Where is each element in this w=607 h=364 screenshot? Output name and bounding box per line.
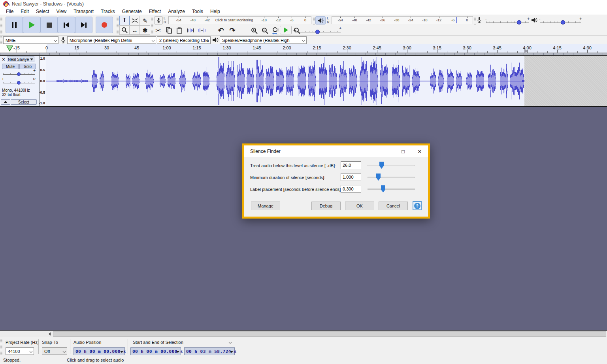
zoom-out-button[interactable]	[260, 26, 270, 35]
timeline-ruler[interactable]: -1501530451:001:151:301:452:002:152:302:…	[0, 44, 607, 53]
label-placement-slider[interactable]	[368, 185, 415, 193]
timeline-tick	[447, 51, 447, 53]
menu-item-generate[interactable]: Generate	[119, 8, 145, 15]
track-select-button[interactable]: Select	[11, 99, 37, 105]
skip-to-end-button[interactable]	[75, 17, 92, 33]
time-shift-tool-button[interactable]: ↔	[130, 25, 140, 35]
menu-item-file[interactable]: File	[2, 8, 17, 15]
waveform-canvas[interactable]	[46, 56, 524, 106]
recording-channels-dropdown[interactable]: 2 (Stereo) Recording Cha	[157, 36, 211, 44]
recording-meter-mic-button[interactable]	[154, 16, 163, 25]
timeline-label: 0	[45, 45, 48, 50]
recording-meter[interactable]: -54-48-42-18-12-60Click to Start Monitor…	[168, 16, 311, 24]
debug-button[interactable]: Debug	[311, 202, 341, 210]
playback-meter[interactable]: -54-48-42-36-30-24-18-12-60	[332, 16, 473, 24]
menu-item-tools[interactable]: Tools	[189, 8, 207, 15]
selection-end-field[interactable]: 00 h 03 m 58.724 s	[184, 347, 235, 355]
record-button[interactable]	[96, 17, 113, 33]
audio-host-dropdown[interactable]: MME	[3, 36, 58, 44]
toolbar-grip[interactable]	[313, 16, 315, 25]
silence-level-slider-thumb[interactable]	[379, 162, 384, 169]
track-title-dropdown[interactable]: Neal Sawye	[7, 57, 34, 62]
recording-volume-slider[interactable]: - +	[486, 18, 529, 25]
menu-item-select[interactable]: Select	[32, 8, 53, 15]
silence-audio-button[interactable]	[197, 26, 207, 35]
playback-volume-thumb[interactable]	[561, 20, 565, 25]
project-rate-dropdown[interactable]: 44100	[6, 347, 34, 355]
fit-selection-button[interactable]	[271, 26, 280, 35]
envelope-tool-button[interactable]	[130, 16, 140, 25]
selection-mode-dropdown[interactable]: Start and End of Selection	[130, 338, 233, 346]
toolbar-grip[interactable]	[0, 338, 2, 355]
track-pan-slider[interactable]: L R	[3, 79, 35, 85]
menu-item-edit[interactable]: Edit	[17, 8, 32, 15]
min-duration-input[interactable]	[341, 173, 361, 181]
menu-item-analyze[interactable]: Analyze	[164, 8, 189, 15]
horizontal-scrollbar-thumb[interactable]	[53, 331, 606, 337]
track-gain-slider[interactable]: - +	[3, 70, 35, 76]
playback-volume-slider[interactable]: - +	[540, 18, 581, 25]
ok-button[interactable]: OK	[345, 202, 374, 210]
menu-item-help[interactable]: Help	[207, 8, 224, 15]
label-placement-input[interactable]	[341, 185, 361, 193]
track-gain-thumb[interactable]	[17, 72, 21, 76]
monitoring-hint[interactable]: Click to Start Monitoring	[215, 18, 253, 22]
draw-tool-button[interactable]: ✎	[140, 16, 150, 25]
silence-level-slider[interactable]	[368, 161, 415, 169]
toolbar-grip[interactable]	[0, 16, 2, 35]
toolbar-grip[interactable]	[0, 36, 2, 44]
recording-volume-thumb[interactable]	[517, 20, 521, 25]
track-pan-thumb[interactable]	[17, 81, 21, 85]
skip-to-start-button[interactable]	[58, 17, 75, 33]
selection-start-field[interactable]: 00 h 00 m 00.000 s	[130, 347, 181, 355]
track-close-button[interactable]: ✕	[1, 57, 6, 62]
label-placement-slider-thumb[interactable]	[381, 185, 385, 192]
waveform-area[interactable]	[46, 56, 524, 106]
play-speed-slider-thumb[interactable]	[315, 30, 320, 34]
menu-item-effect[interactable]: Effect	[145, 8, 164, 15]
zoom-in-button[interactable]	[249, 26, 259, 35]
dialog-close-button[interactable]: ✕	[413, 145, 426, 157]
dialog-minimize-button[interactable]: –	[380, 145, 393, 157]
toolbar-grip[interactable]	[117, 16, 119, 35]
toolbar-grip[interactable]	[474, 16, 476, 25]
snap-to-dropdown[interactable]: Off	[42, 347, 67, 355]
play-speed-slider[interactable]: - +	[295, 28, 341, 35]
silence-level-input[interactable]	[341, 161, 361, 169]
playback-meter-speaker-button[interactable]	[315, 16, 326, 25]
label-placement-label: Label placement [seconds before silence …	[250, 187, 342, 192]
cut-button[interactable]: ✂	[153, 26, 163, 35]
mute-button[interactable]: Mute	[2, 64, 19, 69]
min-duration-slider-thumb[interactable]	[376, 174, 381, 181]
play-at-speed-button[interactable]	[280, 26, 292, 34]
slider-plus-label: +	[33, 68, 36, 73]
menu-item-tracks[interactable]: Tracks	[97, 8, 119, 15]
zoom-tool-button[interactable]	[119, 25, 130, 35]
stop-button[interactable]	[40, 17, 58, 33]
multi-tool-button[interactable]: ✱	[140, 25, 150, 35]
help-button[interactable]: ?	[413, 201, 422, 210]
selection-tool-button[interactable]: I	[119, 16, 130, 25]
horizontal-scrollbar[interactable]	[0, 330, 607, 337]
play-button[interactable]	[23, 17, 40, 33]
pause-button[interactable]	[6, 17, 23, 33]
redo-button[interactable]: ↷	[227, 26, 238, 35]
menu-item-transport[interactable]: Transport	[70, 8, 97, 15]
toolbar-grip[interactable]	[277, 26, 279, 34]
copy-button[interactable]	[164, 26, 173, 35]
min-duration-slider[interactable]	[368, 173, 415, 181]
manage-button[interactable]: Manage	[251, 202, 280, 210]
cancel-button[interactable]: Cancel	[379, 202, 408, 210]
menu-item-view[interactable]: View	[53, 8, 70, 15]
paste-button[interactable]	[175, 26, 184, 35]
playback-device-dropdown[interactable]: Speaker/Headphone (Realtek High	[220, 36, 307, 44]
vertical-scale-ruler[interactable]: 1.0 0.5 0.0 -0.5 -1.0	[40, 56, 46, 106]
dialog-maximize-button[interactable]: □	[396, 145, 410, 157]
recording-device-dropdown[interactable]: Microphone (Realtek High Defini	[67, 36, 156, 44]
trim-audio-button[interactable]	[185, 26, 196, 35]
timeline-options-button[interactable]	[6, 45, 13, 51]
audio-position-field[interactable]: 00 h 00 m 00.000 s	[74, 347, 125, 355]
scroll-left-button[interactable]	[46, 331, 53, 337]
undo-button[interactable]: ↶	[216, 26, 226, 35]
track-collapse-button[interactable]	[1, 99, 10, 105]
